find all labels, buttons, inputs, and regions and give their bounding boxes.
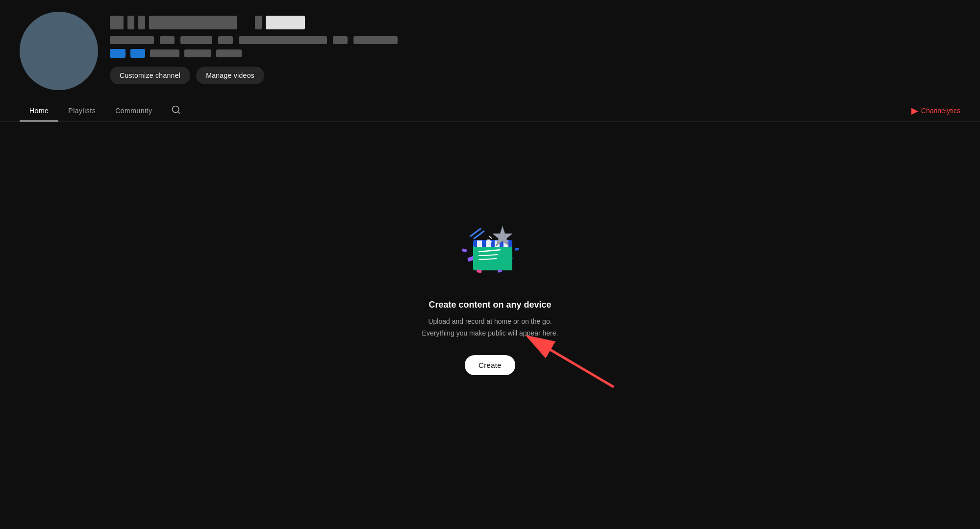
- svg-rect-5: [515, 248, 519, 251]
- name-placeholder-3: [138, 16, 145, 29]
- name-placeholder-1: [110, 16, 124, 29]
- svg-rect-6: [473, 243, 512, 270]
- manage-videos-button[interactable]: Manage videos: [196, 67, 264, 84]
- meta-placeholder-1: [110, 36, 154, 44]
- customize-channel-button[interactable]: Customize channel: [110, 67, 190, 84]
- meta-placeholder-5: [239, 36, 327, 44]
- channel-avatar: [20, 12, 98, 90]
- channel-meta-row-2: [110, 49, 960, 58]
- tab-home[interactable]: Home: [20, 100, 58, 121]
- content-description-line1: Upload and record at home or on the go.: [422, 316, 558, 328]
- meta-placeholder-6: [333, 36, 348, 44]
- channel-info-row: Customize channel Manage videos: [20, 12, 960, 100]
- channel-details: Customize channel Manage videos: [110, 12, 960, 84]
- svg-rect-3: [461, 248, 467, 252]
- meta-placeholder-2: [160, 36, 175, 44]
- channelytics-label: Channelytics: [921, 107, 960, 115]
- meta-placeholder-8: [150, 49, 179, 57]
- channel-meta-row-1: [110, 36, 960, 44]
- name-placeholder-4: [149, 16, 237, 29]
- svg-line-1: [177, 112, 179, 114]
- nav-search-icon[interactable]: [166, 100, 186, 121]
- channelytics-icon: ▶: [911, 105, 918, 116]
- create-content-illustration: [453, 212, 527, 285]
- channel-name-row: [110, 16, 960, 29]
- meta-blue-2: [130, 49, 145, 58]
- create-button[interactable]: Create: [465, 355, 515, 375]
- svg-rect-8: [477, 240, 482, 247]
- name-placeholder-2: [127, 16, 134, 29]
- content-title: Create content on any device: [428, 300, 551, 310]
- main-content: Create content on any device Upload and …: [0, 122, 980, 465]
- meta-placeholder-3: [180, 36, 212, 44]
- svg-line-16: [489, 236, 492, 239]
- meta-blue-1: [110, 49, 126, 58]
- tab-playlists[interactable]: Playlists: [58, 100, 105, 121]
- content-description-line2: Everything you make public will appear h…: [422, 328, 558, 339]
- nav-tabs: Home Playlists Community: [20, 100, 162, 121]
- meta-placeholder-4: [218, 36, 233, 44]
- channel-nav: Home Playlists Community ▶ Channelytics: [0, 100, 980, 122]
- tab-community[interactable]: Community: [105, 100, 162, 121]
- channel-header: Customize channel Manage videos: [0, 0, 980, 100]
- channel-actions: Customize channel Manage videos: [110, 67, 960, 84]
- svg-line-24: [529, 337, 613, 386]
- content-description: Upload and record at home or on the go. …: [422, 316, 558, 339]
- meta-placeholder-7: [353, 36, 398, 44]
- channelytics-button[interactable]: ▶ Channelytics: [911, 105, 960, 116]
- meta-placeholder-10: [216, 49, 242, 57]
- name-placeholder-5: [255, 16, 262, 29]
- name-placeholder-white: [266, 16, 305, 29]
- meta-placeholder-9: [184, 49, 211, 57]
